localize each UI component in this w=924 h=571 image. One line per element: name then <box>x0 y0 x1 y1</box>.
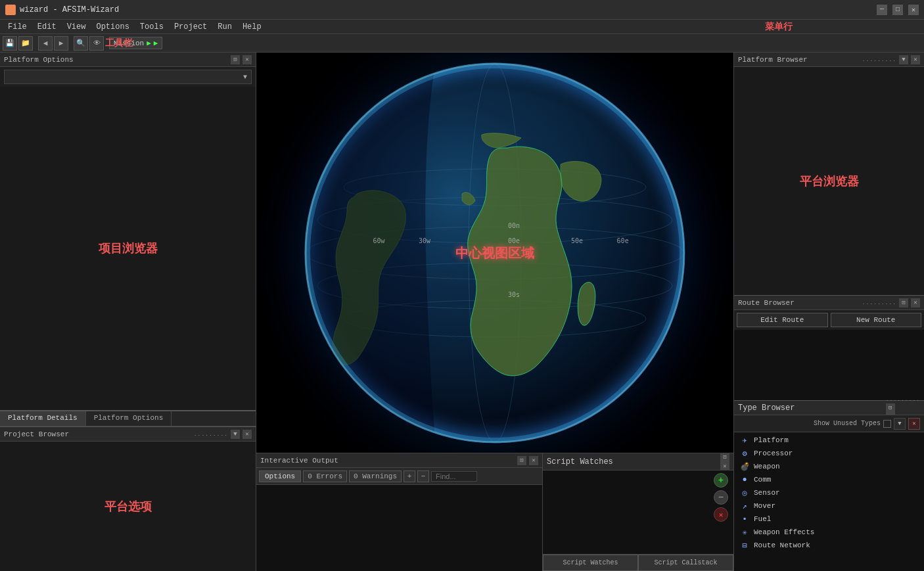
platform-options-controls: ⊡ ✕ <box>231 55 252 64</box>
menu-project[interactable]: Project <box>169 21 212 33</box>
platform-browser-dots: ......... <box>862 57 896 62</box>
sw-minus-button[interactable]: − <box>714 490 728 505</box>
platform-browser-chinese: 平台浏览器 <box>800 173 859 189</box>
mover-icon: ↗ <box>739 501 750 511</box>
rb-float-button[interactable]: ⊡ <box>899 298 908 308</box>
io-close-button[interactable]: ✕ <box>529 456 538 465</box>
back-button[interactable]: ◀ <box>38 36 53 51</box>
main-layout: Platform Options ⊡ ✕ ▼ 项目浏览器 Platform De… <box>0 53 924 571</box>
type-item-route-network[interactable]: ⊟ Route Network <box>734 539 924 552</box>
show-unused-checkbox[interactable] <box>883 420 891 428</box>
platform-options-body: 项目浏览器 <box>0 87 256 410</box>
type-dropdown-button[interactable]: ▼ <box>894 418 906 430</box>
tab-platform-options[interactable]: Platform Options <box>86 411 172 426</box>
minimize-button[interactable]: ─ <box>877 5 887 15</box>
output-add-button[interactable]: + <box>404 470 415 482</box>
weapon-effects-icon: ✳ <box>739 527 750 537</box>
menu-chinese-annotation: 菜单行 <box>765 21 793 33</box>
project-browser-title: Project Browser <box>4 430 69 438</box>
type-item-weapon[interactable]: 💣 Weapon <box>734 460 924 473</box>
menu-edit[interactable]: Edit <box>32 21 62 33</box>
output-find-input[interactable] <box>431 471 477 482</box>
window-controls[interactable]: ─ □ ✕ <box>877 5 919 15</box>
menu-run[interactable]: Run <box>212 21 237 33</box>
sw-delete-button[interactable]: ✕ <box>714 507 728 522</box>
left-bottom-tabs: Platform Details Platform Options <box>0 411 256 426</box>
script-watches-panel: Script Watches ⊡ ✕ + − ✕ Script Watches <box>543 453 733 571</box>
type-browser-header: Type Browser ......... ⊡ ✕ <box>734 401 924 415</box>
pb-close-button[interactable]: ✕ <box>911 55 920 64</box>
platform-options-dropdown[interactable]: ▼ <box>4 70 252 84</box>
menu-options[interactable]: Options <box>91 21 134 33</box>
tab-script-watches[interactable]: Script Watches <box>543 555 638 571</box>
menu-file[interactable]: File <box>3 21 32 33</box>
interactive-output-header: Interactive Output ⊡ ✕ <box>256 453 542 468</box>
type-item-processor[interactable]: ⚙ Processor <box>734 447 924 460</box>
output-body <box>256 485 542 571</box>
platform-options-chinese: 项目浏览器 <box>99 240 158 256</box>
type-item-comm[interactable]: ● Comm <box>734 473 924 486</box>
sw-add-button[interactable]: + <box>714 473 728 488</box>
tb-float-button[interactable]: ⊡ <box>886 403 895 413</box>
rb-close-button[interactable]: ✕ <box>911 298 920 308</box>
type-label-mover: Mover <box>754 502 775 510</box>
type-item-mover[interactable]: ↗ Mover <box>734 499 924 513</box>
platform-browser-controls: ......... ▼ ✕ <box>862 55 920 64</box>
new-route-button[interactable]: New Route <box>831 313 922 327</box>
fuel-icon: ▪ <box>739 514 750 524</box>
type-item-sensor[interactable]: ◎ Sensor <box>734 486 924 499</box>
play-fast-button[interactable]: ▶ <box>154 39 158 47</box>
view-button[interactable]: 👁 <box>89 36 104 51</box>
toolbar-chinese-annotation: 工具栏 <box>105 37 133 49</box>
maximize-button[interactable]: □ <box>892 5 903 15</box>
menu-bar: File Edit View Options Tools Project Run… <box>0 20 924 34</box>
menu-help[interactable]: Help <box>237 21 267 33</box>
pb-dd-button[interactable]: ▼ <box>899 55 908 64</box>
play-button[interactable]: ▶ <box>147 39 151 47</box>
app-icon <box>5 5 16 15</box>
output-warnings-count: 0 Warnings <box>349 470 402 482</box>
platform-browser-body: 平台浏览器 <box>734 67 924 295</box>
output-options-tab[interactable]: Options <box>259 470 301 482</box>
output-toolbar: Options 0 Errors 0 Warnings + − <box>256 468 542 485</box>
project-browser-dd-button[interactable]: ▼ <box>231 430 240 439</box>
globe-view[interactable]: 00n 00e 30w 60w 50e 60e 30s 中心视图区域 <box>256 53 733 453</box>
menu-tools[interactable]: Tools <box>135 21 169 33</box>
center-bottom: Interactive Output ⊡ ✕ Options 0 Errors … <box>256 453 733 571</box>
panel-float-button[interactable]: ⊡ <box>231 55 240 64</box>
type-item-weapon-effects[interactable]: ✳ Weapon Effects <box>734 526 924 539</box>
route-buttons-row: Edit Route New Route <box>734 310 924 330</box>
center-panel: 00n 00e 30w 60w 50e 60e 30s 中心视图区域 Inter… <box>256 53 733 571</box>
type-label-platform: Platform <box>754 436 789 444</box>
label-50e: 50e <box>571 237 583 244</box>
output-minus-button[interactable]: − <box>417 470 429 482</box>
type-label-processor: Processor <box>754 449 793 457</box>
edit-route-button[interactable]: Edit Route <box>737 313 828 327</box>
io-float-button[interactable]: ⊡ <box>517 456 526 465</box>
route-network-icon: ⊟ <box>739 540 750 551</box>
platform-browser-header: Platform Browser ......... ▼ ✕ <box>734 53 924 67</box>
close-button[interactable]: ✕ <box>908 5 919 15</box>
type-close-button[interactable]: ✕ <box>908 418 920 430</box>
sw-float-button[interactable]: ⊡ <box>720 453 729 462</box>
type-item-platform[interactable]: ✈ Platform <box>734 434 924 447</box>
type-browser-dots: ......... <box>886 396 920 402</box>
menu-view[interactable]: View <box>62 21 91 33</box>
project-browser-close-button[interactable]: ✕ <box>243 430 252 439</box>
script-watches-title: Script Watches <box>547 457 613 467</box>
forward-button[interactable]: ▶ <box>54 36 68 51</box>
script-watches-body: + − ✕ <box>543 470 733 554</box>
panel-close-button[interactable]: ✕ <box>243 55 252 64</box>
save-button[interactable]: 💾 <box>3 36 17 51</box>
label-30w: 30w <box>419 237 430 244</box>
platform-icon: ✈ <box>739 435 750 445</box>
type-item-fuel[interactable]: ▪ Fuel <box>734 513 924 526</box>
zoom-button[interactable]: 🔍 <box>74 36 88 51</box>
open-button[interactable]: 📁 <box>18 36 33 51</box>
label-30s: 30s <box>508 291 520 298</box>
project-browser-controls: ......... ▼ ✕ <box>194 430 252 439</box>
sw-close-button[interactable]: ✕ <box>720 462 729 471</box>
tab-platform-details[interactable]: Platform Details <box>0 411 86 426</box>
weapon-icon: 💣 <box>739 461 750 472</box>
tab-script-callstack[interactable]: Script Callstack <box>638 555 733 571</box>
